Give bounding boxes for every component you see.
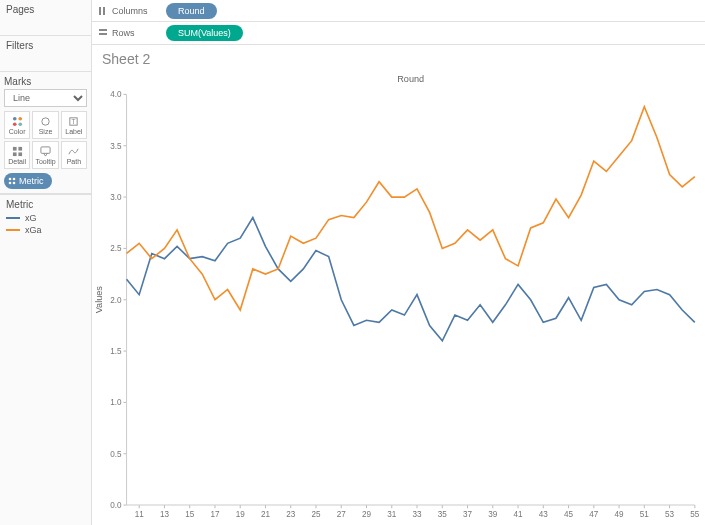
- label-card[interactable]: T Label: [61, 111, 87, 139]
- pages-label: Pages: [6, 4, 85, 15]
- filters-shelf[interactable]: Filters: [0, 36, 91, 72]
- svg-point-15: [13, 182, 16, 185]
- tooltip-icon: [40, 146, 51, 157]
- chart-area[interactable]: RoundValues0.00.51.01.52.02.53.03.54.011…: [92, 69, 705, 525]
- svg-rect-8: [18, 146, 22, 150]
- rows-shelf[interactable]: Rows SUM(Values): [92, 22, 705, 44]
- svg-rect-19: [99, 33, 107, 35]
- svg-text:T: T: [72, 118, 76, 125]
- x-tick: 53: [665, 510, 675, 519]
- tooltip-card[interactable]: Tooltip: [32, 141, 58, 169]
- shelves: Columns Round Rows SUM(Values): [92, 0, 705, 45]
- y-tick: 3.0: [110, 193, 122, 202]
- size-card[interactable]: Size: [32, 111, 58, 139]
- y-tick: 3.5: [110, 142, 122, 151]
- x-tick: 17: [210, 510, 220, 519]
- label-icon: T: [68, 116, 79, 127]
- x-tick: 39: [488, 510, 498, 519]
- legend-item[interactable]: xGa: [6, 225, 85, 235]
- columns-pill-round[interactable]: Round: [166, 3, 217, 19]
- x-tick: 47: [589, 510, 599, 519]
- left-panel: Pages Filters Marks Line Color Size T La…: [0, 0, 92, 525]
- y-tick: 2.0: [110, 296, 122, 305]
- path-card[interactable]: Path: [61, 141, 87, 169]
- svg-rect-9: [13, 152, 17, 156]
- color-icon: [12, 116, 23, 127]
- rows-icon: [98, 28, 108, 38]
- detail-icon: [12, 146, 23, 157]
- columns-shelf-label: Columns: [98, 6, 158, 16]
- columns-shelf[interactable]: Columns Round: [92, 0, 705, 22]
- series-xG: [127, 218, 695, 341]
- marks-metric-pill[interactable]: Metric: [4, 173, 52, 189]
- svg-point-0: [13, 116, 17, 120]
- y-tick: 1.0: [110, 398, 122, 407]
- x-tick: 23: [286, 510, 296, 519]
- svg-point-4: [42, 117, 49, 124]
- x-tick: 37: [463, 510, 473, 519]
- filters-label: Filters: [6, 40, 85, 51]
- mark-type-select[interactable]: Line: [4, 89, 87, 107]
- x-tick: 49: [615, 510, 625, 519]
- color-legend-icon: [8, 177, 16, 185]
- svg-rect-17: [103, 7, 105, 15]
- svg-point-13: [13, 178, 16, 181]
- x-tick: 21: [261, 510, 271, 519]
- legend-swatch: [6, 217, 20, 219]
- rows-pill-values[interactable]: SUM(Values): [166, 25, 243, 41]
- y-tick: 2.5: [110, 244, 122, 253]
- x-tick: 31: [387, 510, 397, 519]
- line-chart: RoundValues0.00.51.01.52.02.53.03.54.011…: [92, 69, 705, 525]
- legend-label: xGa: [25, 225, 42, 235]
- y-tick: 0.5: [110, 450, 122, 459]
- svg-point-1: [18, 116, 22, 120]
- series-xGa: [127, 107, 695, 310]
- color-legend: Metric xGxGa: [0, 194, 91, 241]
- legend-item[interactable]: xG: [6, 213, 85, 223]
- x-tick: 55: [690, 510, 700, 519]
- marks-card: Marks Line Color Size T Label Detail: [0, 72, 91, 194]
- main-area: Columns Round Rows SUM(Values) Sheet 2 R…: [92, 0, 705, 525]
- x-tick: 41: [514, 510, 524, 519]
- x-tick: 51: [640, 510, 650, 519]
- x-tick: 25: [311, 510, 321, 519]
- x-tick: 27: [337, 510, 347, 519]
- svg-point-14: [9, 182, 12, 185]
- rows-shelf-label: Rows: [98, 28, 158, 38]
- svg-point-2: [13, 122, 17, 126]
- x-tick: 19: [236, 510, 246, 519]
- y-tick: 0.0: [110, 501, 122, 510]
- svg-point-12: [9, 178, 12, 181]
- svg-rect-18: [99, 29, 107, 31]
- size-icon: [40, 116, 51, 127]
- x-axis-title: Round: [397, 74, 424, 84]
- x-tick: 45: [564, 510, 574, 519]
- color-card[interactable]: Color: [4, 111, 30, 139]
- svg-point-3: [18, 122, 22, 126]
- marks-label: Marks: [4, 76, 87, 87]
- marks-grid: Color Size T Label Detail Tooltip Path: [4, 111, 87, 169]
- y-tick: 1.5: [110, 347, 122, 356]
- legend-swatch: [6, 229, 20, 231]
- legend-title: Metric: [6, 199, 85, 210]
- sheet-title: Sheet 2: [92, 45, 705, 69]
- svg-rect-7: [13, 146, 17, 150]
- svg-rect-16: [99, 7, 101, 15]
- x-tick: 33: [412, 510, 422, 519]
- x-tick: 29: [362, 510, 372, 519]
- legend-label: xG: [25, 213, 37, 223]
- x-tick: 11: [135, 510, 145, 519]
- x-tick: 15: [185, 510, 195, 519]
- svg-rect-11: [41, 146, 50, 152]
- detail-card[interactable]: Detail: [4, 141, 30, 169]
- columns-icon: [98, 6, 108, 16]
- x-tick: 43: [539, 510, 549, 519]
- x-tick: 13: [160, 510, 170, 519]
- y-tick: 4.0: [110, 90, 122, 99]
- y-axis-title: Values: [94, 286, 104, 314]
- path-icon: [68, 146, 79, 157]
- pages-shelf[interactable]: Pages: [0, 0, 91, 36]
- svg-rect-10: [18, 152, 22, 156]
- x-tick: 35: [438, 510, 448, 519]
